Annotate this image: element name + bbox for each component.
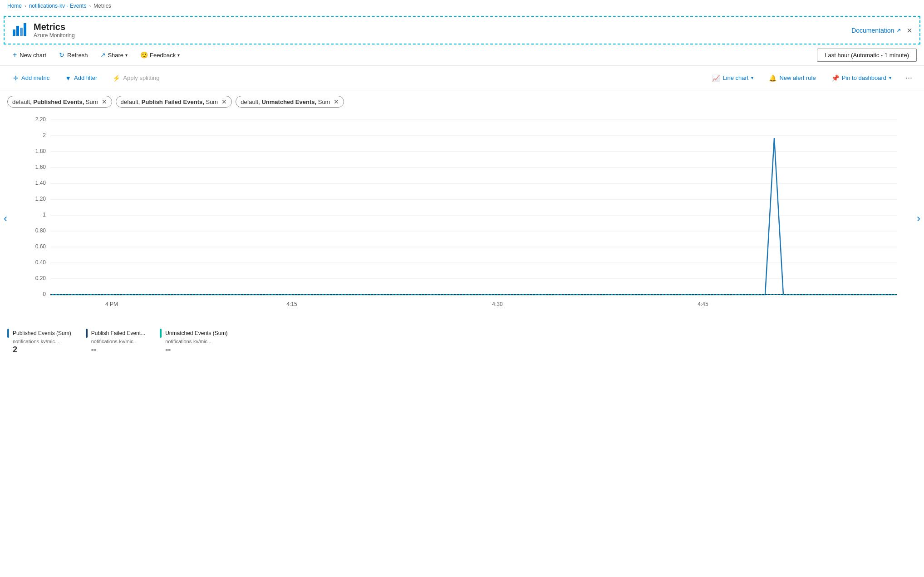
legend-item-1: Publish Failed Event... notifications-kv… [86,329,145,355]
refresh-button[interactable]: ↻ Refresh [54,49,93,61]
filter-icon: ▼ [65,74,71,82]
refresh-icon: ↻ [59,51,64,59]
close-button[interactable]: × [907,25,912,35]
chart-toolbar-right: 📈 Line chart ▾ 🔔 New alert rule 📌 Pin to… [706,70,917,85]
line-chart-chevron-icon: ▾ [751,75,753,80]
svg-text:0.20: 0.20 [35,275,46,281]
legend-sub-0: notifications-kv/mic... [7,339,71,344]
metric-tag-1: default, Publish Failed Events, Sum ✕ [116,96,232,108]
breadcrumb-sep2: › [89,3,91,9]
chart-legend: Published Events (Sum) notifications-kv/… [0,323,924,360]
svg-text:4 PM: 4 PM [105,301,118,307]
share-icon: ↗ [100,51,106,59]
feedback-button[interactable]: 🙂 Feedback ▾ [135,49,185,61]
metric-tag-prefix-1: default, Publish Failed Events, Sum [121,99,218,105]
chart-svg: 2.20 2 1.80 1.60 1.40 1.20 1 0.80 0.60 0… [21,113,901,322]
split-icon: ⚡ [113,74,120,82]
metric-tag-prefix-2: default, Unmatched Events, Sum [241,99,330,105]
chart-toolbar: ✛ Add metric ▼ Add filter ⚡ Apply splitt… [0,66,924,90]
svg-text:0.80: 0.80 [35,227,46,234]
svg-text:1.40: 1.40 [35,180,46,186]
share-chevron-icon: ▾ [125,53,128,58]
metric-tag-remove-0[interactable]: ✕ [102,98,107,105]
svg-text:0: 0 [43,291,46,297]
chart-svg-container: 2.20 2 1.80 1.60 1.40 1.20 1 0.80 0.60 0… [21,113,903,323]
metric-tag-remove-2[interactable]: ✕ [334,98,339,105]
external-link-icon: ↗ [896,27,901,34]
svg-text:4:30: 4:30 [492,301,503,307]
svg-text:0.60: 0.60 [35,243,46,250]
chart-area: ‹ › 2.20 2 1.80 1.60 1.40 1.20 1 0.80 0.… [0,113,924,323]
legend-color-failed [86,329,88,338]
metric-tag-remove-1[interactable]: ✕ [221,98,227,105]
new-chart-button[interactable]: + New chart [7,48,52,62]
breadcrumb-resource[interactable]: notifications-kv - Events [29,3,87,9]
pin-icon: 📌 [831,74,839,82]
nav-arrow-right[interactable]: › [913,208,924,228]
svg-rect-3 [24,23,26,36]
metric-tag-2: default, Unmatched Events, Sum ✕ [236,96,344,108]
more-options-button[interactable]: ··· [901,70,917,85]
feedback-chevron-icon: ▾ [177,53,180,58]
svg-rect-1 [16,26,19,36]
svg-text:0.40: 0.40 [35,259,46,266]
svg-text:4:15: 4:15 [286,301,297,307]
breadcrumb-current: Metrics [93,3,111,9]
breadcrumb-sep1: › [25,3,26,9]
metric-tag-0: default, Published Events, Sum ✕ [7,96,112,108]
legend-value-1: -- [86,345,145,355]
breadcrumb-home[interactable]: Home [7,3,22,9]
header-text: Metrics Azure Monitoring [34,22,75,39]
add-filter-button[interactable]: ▼ Add filter [59,71,103,85]
legend-color-unmatched [160,329,162,338]
line-chart-icon: 📈 [712,74,720,82]
legend-color-published [7,329,9,338]
pin-chevron-icon: ▾ [889,75,891,80]
legend-sub-1: notifications-kv/mic... [86,339,145,344]
legend-item-header-2: Unmatched Events (Sum) [160,329,227,338]
line-chart-button[interactable]: 📈 Line chart ▾ [706,71,759,85]
header-actions: Documentation ↗ × [851,25,912,35]
svg-text:1.20: 1.20 [35,196,46,202]
apply-splitting-button[interactable]: ⚡ Apply splitting [107,71,165,85]
page-subtitle: Azure Monitoring [34,32,75,39]
svg-text:1.60: 1.60 [35,164,46,170]
add-metric-icon: ✛ [13,74,19,82]
plus-icon: + [13,51,17,59]
svg-text:2: 2 [43,132,46,138]
legend-item-2: Unmatched Events (Sum) notifications-kv/… [160,329,227,355]
alert-icon: 🔔 [769,74,777,82]
metric-tags-container: default, Published Events, Sum ✕ default… [0,90,924,113]
add-metric-button[interactable]: ✛ Add metric [7,71,55,85]
legend-sub-2: notifications-kv/mic... [160,339,227,344]
share-button[interactable]: ↗ Share ▾ [95,49,133,61]
legend-name-0: Published Events (Sum) [13,330,71,336]
time-picker-button[interactable]: Last hour (Automatic - 1 minute) [817,49,917,62]
legend-name-1: Publish Failed Event... [91,330,145,336]
feedback-icon: 🙂 [140,51,148,59]
pin-to-dashboard-button[interactable]: 📌 Pin to dashboard ▾ [826,71,897,85]
svg-rect-0 [13,30,15,36]
svg-text:4:45: 4:45 [698,301,708,307]
svg-rect-2 [20,28,23,36]
main-toolbar: + New chart ↻ Refresh ↗ Share ▾ 🙂 Feedba… [0,44,924,66]
svg-text:2.20: 2.20 [35,116,46,123]
nav-arrow-left[interactable]: ‹ [0,208,11,228]
metrics-icon [12,21,28,39]
legend-value-0: 2 [7,345,71,355]
legend-value-2: -- [160,345,227,355]
header-panel: Metrics Azure Monitoring Documentation ↗… [4,16,920,44]
new-alert-rule-button[interactable]: 🔔 New alert rule [763,71,821,85]
breadcrumb: Home › notifications-kv - Events › Metri… [0,0,924,12]
legend-item-0: Published Events (Sum) notifications-kv/… [7,329,71,355]
svg-text:1: 1 [43,212,46,218]
legend-item-header-0: Published Events (Sum) [7,329,71,338]
svg-text:1.80: 1.80 [35,148,46,154]
legend-item-header-1: Publish Failed Event... [86,329,145,338]
page-title: Metrics [34,22,75,32]
metric-tag-prefix-0: default, Published Events, Sum [12,99,98,105]
documentation-link[interactable]: Documentation ↗ [851,27,901,34]
legend-name-2: Unmatched Events (Sum) [165,330,227,336]
